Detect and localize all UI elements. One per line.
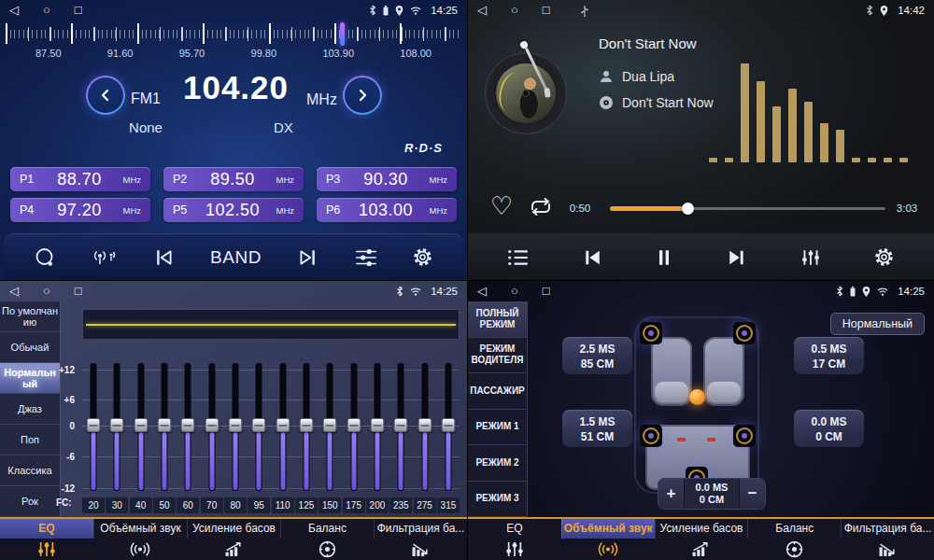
eq-band-slider[interactable] bbox=[366, 363, 389, 494]
eq-preset-item[interactable]: Нормальный bbox=[0, 363, 60, 394]
eq-band-slider[interactable] bbox=[82, 363, 105, 494]
sound-profile-button[interactable]: Нормальный bbox=[830, 313, 925, 335]
eq-preset-item[interactable]: Классика bbox=[0, 455, 60, 486]
previous-station-button[interactable] bbox=[152, 247, 177, 268]
tab-bass-filter[interactable]: Фильтрация ба... bbox=[374, 519, 467, 560]
band-button[interactable]: BAND bbox=[210, 247, 262, 268]
radio-preset-button[interactable]: P4 97.20 MHz bbox=[10, 198, 150, 222]
radio-preset-button[interactable]: P2 89.50 MHz bbox=[163, 167, 304, 191]
tab-balance[interactable]: Баланс bbox=[747, 519, 841, 560]
slider-handle[interactable] bbox=[417, 418, 432, 432]
eq-band-slider[interactable] bbox=[389, 363, 412, 494]
slider-handle[interactable] bbox=[228, 418, 242, 432]
broadcast-button[interactable] bbox=[90, 246, 118, 269]
recents-button[interactable]: □ bbox=[543, 0, 550, 21]
tab-surround[interactable]: Объёмный звук bbox=[93, 519, 187, 560]
eq-band-slider[interactable] bbox=[295, 363, 318, 494]
listening-mode-item[interactable]: ПАССАЖИР bbox=[468, 373, 527, 410]
tab-bass-filter[interactable]: Фильтрация ба... bbox=[841, 519, 934, 560]
eq-band-slider[interactable] bbox=[106, 363, 128, 494]
progress-thumb[interactable] bbox=[682, 203, 694, 215]
eq-band-slider[interactable] bbox=[153, 363, 176, 494]
slider-handle[interactable] bbox=[323, 418, 337, 432]
slider-handle[interactable] bbox=[252, 418, 266, 432]
eq-band-slider[interactable] bbox=[248, 363, 270, 494]
home-button[interactable]: ○ bbox=[511, 281, 518, 301]
eq-band-slider[interactable] bbox=[272, 363, 294, 494]
eq-band-slider[interactable] bbox=[201, 363, 223, 494]
speaker-front-left[interactable] bbox=[640, 322, 662, 344]
listening-position-marker[interactable] bbox=[689, 389, 705, 405]
eq-band-slider[interactable] bbox=[343, 363, 365, 494]
tuning-pointer[interactable] bbox=[340, 22, 345, 46]
band-fc-value[interactable]: 70 bbox=[201, 497, 223, 513]
eq-preset-item[interactable]: Обычай bbox=[0, 332, 60, 363]
band-fc-value[interactable]: 315 bbox=[437, 497, 460, 513]
home-button[interactable]: ○ bbox=[511, 0, 518, 21]
slider-handle[interactable] bbox=[394, 418, 408, 432]
listening-mode-item[interactable]: РЕЖИМ 3 bbox=[468, 482, 527, 518]
eq-band-slider[interactable] bbox=[177, 363, 199, 494]
eq-preset-item[interactable]: По умолчанию bbox=[0, 301, 60, 332]
seek-up-button[interactable] bbox=[343, 76, 382, 115]
band-fc-value[interactable]: 235 bbox=[389, 497, 412, 513]
eq-band-slider[interactable] bbox=[224, 363, 247, 494]
tab-eq[interactable]: EQ bbox=[468, 519, 561, 560]
band-fc-value[interactable]: 40 bbox=[130, 497, 152, 513]
favorite-button[interactable]: ♡ bbox=[490, 192, 513, 220]
band-fc-value[interactable]: 60 bbox=[177, 497, 199, 513]
band-fc-value[interactable]: 80 bbox=[224, 497, 247, 513]
slider-handle[interactable] bbox=[87, 418, 101, 432]
eq-band-slider[interactable] bbox=[318, 363, 341, 494]
tab-surround[interactable]: Объёмный звук bbox=[561, 519, 655, 560]
listening-mode-item[interactable]: РЕЖИМ 2 bbox=[468, 445, 527, 482]
listening-mode-item[interactable]: ПОЛНЫЙ РЕЖИМ bbox=[468, 301, 527, 338]
tune-options-button[interactable] bbox=[354, 247, 378, 268]
next-station-button[interactable] bbox=[295, 247, 319, 268]
home-button[interactable]: ○ bbox=[43, 281, 50, 301]
back-button[interactable]: ◁ bbox=[477, 0, 487, 21]
slider-handle[interactable] bbox=[181, 418, 195, 432]
band-fc-value[interactable]: 110 bbox=[272, 497, 294, 513]
home-button[interactable]: ○ bbox=[43, 0, 50, 21]
rear-left-delay[interactable]: 1.5 MS 51 CM bbox=[562, 410, 632, 447]
album-art[interactable] bbox=[485, 52, 567, 134]
slider-handle[interactable] bbox=[370, 418, 384, 432]
recents-button[interactable]: □ bbox=[543, 281, 550, 301]
tab-bass-boost[interactable]: Усиление басов bbox=[655, 519, 748, 560]
band-fc-value[interactable]: 30 bbox=[106, 497, 128, 513]
tab-bass-boost[interactable]: Усиление басов bbox=[187, 519, 280, 560]
band-fc-value[interactable]: 175 bbox=[343, 497, 365, 513]
speaker-front-right[interactable] bbox=[733, 322, 756, 344]
slider-handle[interactable] bbox=[441, 418, 455, 432]
eq-band-slider[interactable] bbox=[437, 363, 460, 494]
eq-band-slider[interactable] bbox=[414, 363, 436, 494]
front-left-delay[interactable]: 2.5 MS 85 CM bbox=[562, 337, 632, 374]
settings-button[interactable] bbox=[412, 246, 433, 268]
slider-handle[interactable] bbox=[299, 418, 313, 432]
speaker-rear-left[interactable] bbox=[640, 425, 662, 447]
radio-preset-button[interactable]: P3 90.30 MHz bbox=[317, 167, 457, 191]
eq-band-slider[interactable] bbox=[130, 363, 152, 494]
decrease-delay-button[interactable]: − bbox=[739, 479, 765, 509]
eq-preset-item[interactable]: Джаз bbox=[0, 394, 60, 425]
settings-button[interactable] bbox=[873, 246, 895, 268]
radio-preset-button[interactable]: P1 88.70 MHz bbox=[10, 167, 150, 191]
slider-handle[interactable] bbox=[110, 418, 124, 432]
band-fc-value[interactable]: 200 bbox=[366, 497, 389, 513]
back-button[interactable]: ◁ bbox=[9, 0, 19, 21]
band-fc-value[interactable]: 95 bbox=[248, 497, 270, 513]
listening-mode-item[interactable]: РЕЖИМ 1 bbox=[468, 410, 527, 446]
band-fc-value[interactable]: 20 bbox=[82, 497, 105, 513]
radio-preset-button[interactable]: P5 102.50 MHz bbox=[163, 198, 304, 222]
repeat-button[interactable] bbox=[528, 197, 554, 217]
rear-right-delay[interactable]: 0.0 MS 0 CM bbox=[794, 410, 864, 447]
slider-handle[interactable] bbox=[134, 418, 148, 432]
playlist-button[interactable] bbox=[507, 248, 530, 267]
scan-button[interactable] bbox=[34, 246, 56, 269]
recents-button[interactable]: □ bbox=[75, 281, 82, 301]
progress-bar[interactable] bbox=[610, 207, 885, 210]
slider-handle[interactable] bbox=[276, 418, 290, 432]
band-fc-value[interactable]: 150 bbox=[318, 497, 341, 513]
speaker-rear-right[interactable] bbox=[733, 425, 756, 447]
